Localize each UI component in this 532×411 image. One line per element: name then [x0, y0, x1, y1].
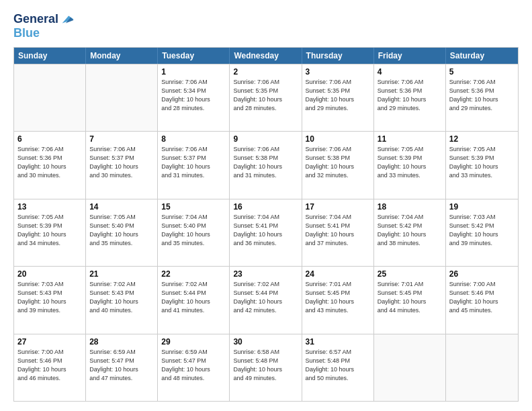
day-number: 2: [233, 67, 298, 77]
day-info: Sunrise: 7:02 AM Sunset: 5:43 PM Dayligh…: [89, 280, 154, 315]
day-info: Sunrise: 6:57 AM Sunset: 5:48 PM Dayligh…: [306, 348, 370, 383]
day-info: Sunrise: 7:02 AM Sunset: 5:44 PM Dayligh…: [161, 280, 226, 315]
day-info: Sunrise: 7:06 AM Sunset: 5:36 PM Dayligh…: [17, 145, 82, 180]
day-info: Sunrise: 7:03 AM Sunset: 5:42 PM Dayligh…: [449, 213, 515, 248]
weekday-header: Friday: [374, 48, 446, 64]
calendar-cell: [14, 64, 86, 131]
day-info: Sunrise: 6:58 AM Sunset: 5:48 PM Dayligh…: [233, 348, 298, 383]
calendar-cell: 29Sunrise: 6:59 AM Sunset: 5:47 PM Dayli…: [158, 334, 230, 401]
calendar-cell: 22Sunrise: 7:02 AM Sunset: 5:44 PM Dayli…: [158, 267, 230, 333]
calendar-cell: 25Sunrise: 7:01 AM Sunset: 5:45 PM Dayli…: [374, 267, 446, 333]
calendar-cell: [446, 334, 518, 401]
day-info: Sunrise: 7:01 AM Sunset: 5:45 PM Dayligh…: [306, 280, 370, 315]
day-number: 27: [17, 337, 82, 347]
day-number: 24: [306, 269, 370, 279]
calendar-week: 6Sunrise: 7:06 AM Sunset: 5:36 PM Daylig…: [14, 131, 518, 198]
calendar-week: 27Sunrise: 7:00 AM Sunset: 5:46 PM Dayli…: [14, 334, 518, 401]
day-number: 20: [17, 269, 82, 279]
calendar-cell: 30Sunrise: 6:58 AM Sunset: 5:48 PM Dayli…: [230, 334, 302, 401]
day-number: 8: [161, 134, 226, 144]
day-number: 13: [17, 202, 82, 212]
day-number: 29: [161, 337, 226, 347]
day-info: Sunrise: 7:03 AM Sunset: 5:43 PM Dayligh…: [17, 280, 82, 315]
calendar-cell: 6Sunrise: 7:06 AM Sunset: 5:36 PM Daylig…: [14, 132, 86, 198]
day-info: Sunrise: 7:06 AM Sunset: 5:35 PM Dayligh…: [233, 78, 298, 113]
calendar-cell: 5Sunrise: 7:06 AM Sunset: 5:36 PM Daylig…: [446, 64, 518, 131]
calendar-cell: [374, 334, 446, 401]
calendar-cell: 15Sunrise: 7:04 AM Sunset: 5:40 PM Dayli…: [158, 199, 230, 266]
page: General Blue SundayMondayTuesdayWednesda…: [0, 0, 532, 411]
day-number: 22: [161, 269, 226, 279]
day-info: Sunrise: 7:04 AM Sunset: 5:41 PM Dayligh…: [306, 213, 370, 248]
calendar-cell: 2Sunrise: 7:06 AM Sunset: 5:35 PM Daylig…: [230, 64, 302, 131]
day-number: 17: [306, 202, 370, 212]
day-info: Sunrise: 7:00 AM Sunset: 5:46 PM Dayligh…: [17, 348, 82, 383]
day-info: Sunrise: 7:05 AM Sunset: 5:39 PM Dayligh…: [449, 145, 515, 180]
day-number: 26: [449, 269, 515, 279]
calendar-week: 1Sunrise: 7:06 AM Sunset: 5:34 PM Daylig…: [14, 64, 518, 131]
calendar-cell: 9Sunrise: 7:06 AM Sunset: 5:38 PM Daylig…: [230, 132, 302, 198]
calendar-cell: 7Sunrise: 7:06 AM Sunset: 5:37 PM Daylig…: [86, 132, 158, 198]
calendar-cell: [86, 64, 158, 131]
day-info: Sunrise: 7:01 AM Sunset: 5:45 PM Dayligh…: [378, 280, 442, 315]
weekday-header: Monday: [86, 48, 158, 64]
day-number: 31: [306, 337, 370, 347]
day-number: 28: [89, 337, 154, 347]
day-info: Sunrise: 7:05 AM Sunset: 5:39 PM Dayligh…: [378, 145, 442, 180]
day-info: Sunrise: 7:04 AM Sunset: 5:41 PM Dayligh…: [233, 213, 298, 248]
day-info: Sunrise: 7:06 AM Sunset: 5:34 PM Dayligh…: [161, 78, 226, 113]
day-info: Sunrise: 7:06 AM Sunset: 5:37 PM Dayligh…: [161, 145, 226, 180]
day-number: 14: [89, 202, 154, 212]
calendar-cell: 17Sunrise: 7:04 AM Sunset: 5:41 PM Dayli…: [302, 199, 374, 266]
day-number: 30: [233, 337, 298, 347]
day-number: 15: [161, 202, 226, 212]
day-info: Sunrise: 7:06 AM Sunset: 5:37 PM Dayligh…: [89, 145, 154, 180]
calendar-cell: 19Sunrise: 7:03 AM Sunset: 5:42 PM Dayli…: [446, 199, 518, 266]
day-info: Sunrise: 7:00 AM Sunset: 5:46 PM Dayligh…: [449, 280, 515, 315]
day-info: Sunrise: 7:05 AM Sunset: 5:39 PM Dayligh…: [17, 213, 82, 248]
calendar-cell: 23Sunrise: 7:02 AM Sunset: 5:44 PM Dayli…: [230, 267, 302, 333]
calendar-body: 1Sunrise: 7:06 AM Sunset: 5:34 PM Daylig…: [14, 64, 518, 401]
day-number: 11: [378, 134, 442, 144]
day-number: 7: [89, 134, 154, 144]
day-number: 16: [233, 202, 298, 212]
day-info: Sunrise: 7:06 AM Sunset: 5:38 PM Dayligh…: [233, 145, 298, 180]
weekday-header: Thursday: [302, 48, 374, 64]
day-info: Sunrise: 7:06 AM Sunset: 5:36 PM Dayligh…: [449, 78, 515, 113]
day-info: Sunrise: 6:59 AM Sunset: 5:47 PM Dayligh…: [161, 348, 226, 383]
calendar-cell: 20Sunrise: 7:03 AM Sunset: 5:43 PM Dayli…: [14, 267, 86, 333]
day-info: Sunrise: 7:06 AM Sunset: 5:38 PM Dayligh…: [306, 145, 370, 180]
day-info: Sunrise: 7:05 AM Sunset: 5:40 PM Dayligh…: [89, 213, 154, 248]
header: General Blue: [13, 12, 519, 40]
calendar-cell: 21Sunrise: 7:02 AM Sunset: 5:43 PM Dayli…: [86, 267, 158, 333]
calendar-header: SundayMondayTuesdayWednesdayThursdayFrid…: [14, 48, 518, 64]
logo-text: General: [13, 13, 58, 26]
calendar-cell: 31Sunrise: 6:57 AM Sunset: 5:48 PM Dayli…: [302, 334, 374, 401]
weekday-header: Saturday: [446, 48, 518, 64]
day-number: 9: [233, 134, 298, 144]
calendar-cell: 1Sunrise: 7:06 AM Sunset: 5:34 PM Daylig…: [158, 64, 230, 131]
calendar-cell: 12Sunrise: 7:05 AM Sunset: 5:39 PM Dayli…: [446, 132, 518, 198]
logo-icon: [60, 12, 75, 27]
day-info: Sunrise: 7:04 AM Sunset: 5:42 PM Dayligh…: [378, 213, 442, 248]
day-number: 5: [449, 67, 515, 77]
logo-blue: Blue: [13, 27, 75, 40]
day-info: Sunrise: 6:59 AM Sunset: 5:47 PM Dayligh…: [89, 348, 154, 383]
day-number: 10: [306, 134, 370, 144]
day-number: 1: [161, 67, 226, 77]
day-number: 25: [378, 269, 442, 279]
day-number: 19: [449, 202, 515, 212]
calendar-cell: 24Sunrise: 7:01 AM Sunset: 5:45 PM Dayli…: [302, 267, 374, 333]
calendar-cell: 16Sunrise: 7:04 AM Sunset: 5:41 PM Dayli…: [230, 199, 302, 266]
day-info: Sunrise: 7:06 AM Sunset: 5:36 PM Dayligh…: [378, 78, 442, 113]
weekday-header: Wednesday: [230, 48, 302, 64]
calendar: SundayMondayTuesdayWednesdayThursdayFrid…: [13, 47, 519, 402]
calendar-cell: 11Sunrise: 7:05 AM Sunset: 5:39 PM Dayli…: [374, 132, 446, 198]
day-number: 3: [306, 67, 370, 77]
logo: General Blue: [13, 12, 75, 40]
calendar-cell: 14Sunrise: 7:05 AM Sunset: 5:40 PM Dayli…: [86, 199, 158, 266]
day-info: Sunrise: 7:02 AM Sunset: 5:44 PM Dayligh…: [233, 280, 298, 315]
day-number: 12: [449, 134, 515, 144]
weekday-header: Tuesday: [158, 48, 230, 64]
calendar-cell: 18Sunrise: 7:04 AM Sunset: 5:42 PM Dayli…: [374, 199, 446, 266]
